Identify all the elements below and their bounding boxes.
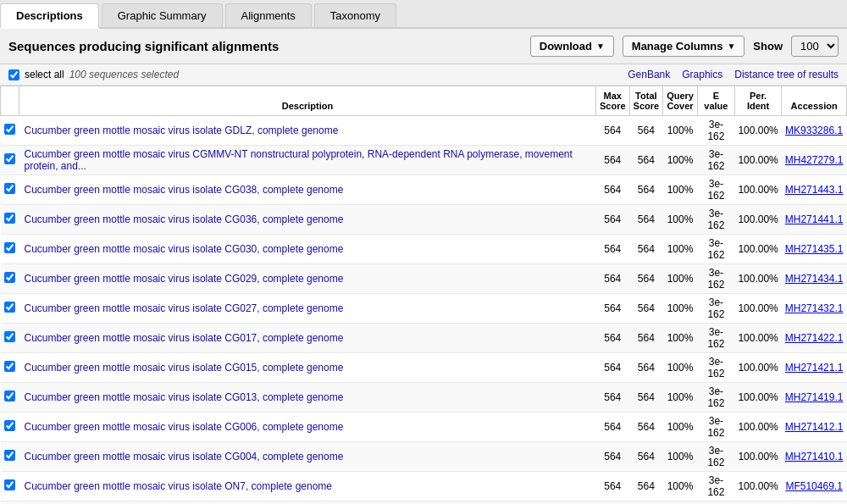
row-total-score: 564 bbox=[629, 472, 663, 501]
row-checkbox[interactable] bbox=[4, 242, 15, 253]
description-link[interactable]: Cucumber green mottle mosaic virus isola… bbox=[25, 391, 344, 403]
description-link[interactable]: Cucumber green mottle mosaic virus isola… bbox=[25, 243, 344, 255]
row-checkbox-cell bbox=[1, 472, 19, 501]
row-per-ident: 100.00% bbox=[734, 324, 781, 353]
select-all-checkbox[interactable] bbox=[8, 69, 19, 80]
description-link[interactable]: Cucumber green mottle mosaic virus isola… bbox=[25, 332, 344, 344]
row-max-score: 564 bbox=[595, 294, 629, 324]
accession-link[interactable]: MH271434.1 bbox=[785, 273, 844, 285]
row-query-cover: 100% bbox=[663, 442, 698, 472]
row-checkbox[interactable] bbox=[4, 331, 15, 342]
row-e-value: 3e-162 bbox=[697, 264, 734, 294]
row-accession: MH271421.1 bbox=[782, 353, 847, 383]
select-all-label[interactable]: select all bbox=[25, 69, 64, 80]
row-max-score: 564 bbox=[595, 146, 629, 175]
description-link[interactable]: Cucumber green mottle mosaic virus isola… bbox=[25, 273, 344, 285]
row-max-score: 564 bbox=[595, 413, 629, 442]
row-per-ident: 100.00% bbox=[734, 264, 781, 294]
row-checkbox[interactable] bbox=[4, 302, 15, 313]
graphics-link[interactable]: Graphics bbox=[682, 69, 722, 80]
row-description: Cucumber green mottle mosaic virus isola… bbox=[19, 472, 596, 501]
row-checkbox[interactable] bbox=[4, 450, 15, 461]
row-max-score: 564 bbox=[595, 353, 629, 383]
distance-tree-link[interactable]: Distance tree of results bbox=[734, 69, 839, 80]
row-total-score: 564 bbox=[629, 294, 663, 324]
accession-link[interactable]: MK933286.1 bbox=[785, 125, 843, 136]
row-per-ident: 100.00% bbox=[734, 472, 781, 501]
col-header-total-score: TotalScore bbox=[629, 86, 663, 116]
row-checkbox[interactable] bbox=[4, 272, 15, 283]
row-e-value: 3e-162 bbox=[697, 116, 734, 146]
row-total-score: 564 bbox=[629, 383, 663, 413]
download-button[interactable]: Download ▼ bbox=[530, 36, 614, 57]
tab-taxonomy[interactable]: Taxonomy bbox=[314, 3, 396, 27]
row-accession: MH271434.1 bbox=[782, 264, 847, 294]
description-link[interactable]: Cucumber green mottle mosaic virus isola… bbox=[25, 213, 344, 225]
row-query-cover: 100% bbox=[663, 324, 698, 353]
description-link[interactable]: Cucumber green mottle mosaic virus isola… bbox=[25, 125, 339, 136]
row-max-score: 564 bbox=[595, 116, 629, 146]
description-link[interactable]: Cucumber green mottle mosaic virus isola… bbox=[25, 480, 333, 492]
row-checkbox-cell bbox=[1, 146, 19, 175]
accession-link[interactable]: MH271419.1 bbox=[785, 391, 844, 403]
row-checkbox[interactable] bbox=[4, 124, 15, 135]
row-max-score: 564 bbox=[595, 501, 629, 505]
row-accession: MH271435.1 bbox=[782, 235, 847, 264]
row-checkbox-cell bbox=[1, 324, 19, 353]
accession-link[interactable]: MH271410.1 bbox=[785, 451, 844, 462]
table-row: Cucumber green mottle mosaic virus isola… bbox=[1, 442, 847, 472]
tab-alignments[interactable]: Alignments bbox=[225, 3, 312, 27]
row-per-ident: 100.00% bbox=[734, 116, 781, 146]
row-description: Cucumber green mottle mosaic virus isola… bbox=[19, 353, 596, 383]
row-e-value: 3e-162 bbox=[697, 235, 734, 264]
description-link[interactable]: Cucumber green mottle mosaic virus isola… bbox=[25, 421, 344, 433]
row-total-score: 564 bbox=[629, 324, 663, 353]
show-select[interactable]: 100 50 20 bbox=[791, 36, 839, 57]
accession-link[interactable]: MH271422.1 bbox=[785, 332, 844, 344]
row-checkbox[interactable] bbox=[4, 183, 15, 194]
accession-link[interactable]: MH271412.1 bbox=[785, 421, 844, 433]
description-link[interactable]: Cucumber green mottle mosaic virus CGMMV… bbox=[25, 148, 573, 172]
row-checkbox[interactable] bbox=[4, 213, 15, 224]
row-checkbox-cell bbox=[1, 501, 19, 505]
show-label: Show bbox=[753, 40, 783, 53]
row-checkbox[interactable] bbox=[4, 153, 15, 164]
accession-link[interactable]: MF510469.1 bbox=[785, 480, 842, 492]
row-checkbox-cell bbox=[1, 353, 19, 383]
accession-link[interactable]: MH271443.1 bbox=[785, 184, 844, 196]
tab-descriptions[interactable]: Descriptions bbox=[0, 3, 99, 29]
accession-link[interactable]: MH271432.1 bbox=[785, 302, 844, 314]
accession-link[interactable]: MH427279.1 bbox=[785, 154, 844, 166]
manage-columns-button[interactable]: Manage Columns ▼ bbox=[623, 36, 745, 57]
description-link[interactable]: Cucumber green mottle mosaic virus isola… bbox=[25, 451, 344, 462]
row-description: Cucumber green mottle mosaic virus isola… bbox=[19, 294, 596, 324]
table-row: Cucumber green mottle mosaic virus isola… bbox=[1, 324, 847, 353]
table-row: Cucumber green mottle mosaic virus isola… bbox=[1, 205, 847, 235]
row-checkbox[interactable] bbox=[4, 390, 15, 402]
genbank-link[interactable]: GenBank bbox=[628, 69, 670, 80]
accession-link[interactable]: MH271441.1 bbox=[785, 213, 844, 225]
row-checkbox[interactable] bbox=[4, 361, 15, 372]
table-row: Cucumber green mottle mosaic virus isola… bbox=[1, 235, 847, 264]
row-checkbox-cell bbox=[1, 413, 19, 442]
row-checkbox[interactable] bbox=[4, 479, 15, 490]
row-e-value: 3e-162 bbox=[697, 205, 734, 235]
results-table-container: Description MaxScore TotalScore QueryCov… bbox=[0, 86, 847, 504]
row-total-score: 564 bbox=[629, 235, 663, 264]
row-total-score: 564 bbox=[629, 501, 663, 505]
accession-link[interactable]: MH271421.1 bbox=[785, 362, 844, 374]
row-query-cover: 100% bbox=[663, 264, 698, 294]
results-table: Description MaxScore TotalScore QueryCov… bbox=[0, 86, 847, 504]
description-link[interactable]: Cucumber green mottle mosaic virus isola… bbox=[25, 302, 344, 314]
row-accession: MH271419.1 bbox=[782, 383, 847, 413]
row-checkbox-cell bbox=[1, 235, 19, 264]
table-row: Cucumber green mottle mosaic virus isola… bbox=[1, 175, 847, 205]
description-link[interactable]: Cucumber green mottle mosaic virus isola… bbox=[25, 362, 344, 374]
tab-graphic-summary[interactable]: Graphic Summary bbox=[102, 3, 223, 27]
row-accession: MF510469.1 bbox=[782, 472, 847, 501]
row-accession: MH271441.1 bbox=[782, 205, 847, 235]
description-link[interactable]: Cucumber green mottle mosaic virus isola… bbox=[25, 184, 344, 196]
row-checkbox[interactable] bbox=[4, 420, 15, 431]
accession-link[interactable]: MH271435.1 bbox=[785, 243, 844, 255]
header-controls: Download ▼ Manage Columns ▼ Show 100 50 … bbox=[530, 36, 839, 57]
